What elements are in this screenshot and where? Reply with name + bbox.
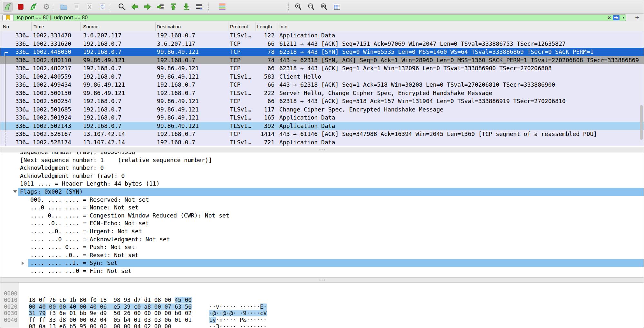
expander-open-icon[interactable] (13, 190, 17, 193)
toolbar-separator (54, 3, 54, 11)
expander-closed-icon[interactable] (22, 261, 24, 265)
zoom-in-icon (294, 3, 303, 11)
display-filter-input[interactable]: tcp.port == 80 || udp.port == 80 ✕ ▾ (2, 14, 626, 21)
packet-rows: 336…1002.3314783.6.207.117192.168.0.7TLS… (0, 31, 644, 146)
detail-line[interactable]: .... ..0. .... = Urgent: Not set (0, 227, 644, 236)
packet-row-10[interactable]: 336…1002.501685192.168.0.799.86.49.121TL… (0, 105, 644, 114)
column-header-info[interactable]: Info (276, 22, 644, 31)
detail-line[interactable]: 1011 .... = Header Length: 44 bytes (11) (0, 180, 644, 188)
packet-list-scrollbar-thumb[interactable] (640, 105, 643, 140)
arrow-left-icon (130, 3, 139, 11)
detail-line[interactable]: Acknowledgment number: 0 (0, 164, 644, 172)
stream-line-continued (5, 130, 5, 146)
toolbar-separator (208, 3, 209, 11)
detail-line[interactable]: 000. .... .... = Reserved: Not set (0, 196, 644, 204)
zoom-in-button[interactable] (293, 2, 303, 12)
colorize-packets-button[interactable] (217, 2, 227, 12)
hex-row[interactable]: 0030 ff ff 33 d8 00 00 02 04 05 b4 01 03… (0, 304, 644, 310)
restart-capture-button[interactable] (29, 2, 38, 12)
column-header-length[interactable]: Length (255, 22, 276, 31)
splitter-handle-icon (319, 280, 325, 281)
hex-row[interactable]: 0020 31 79 f3 6e 01 bb 9e d9 50 26 00 00… (0, 297, 644, 304)
magnifier-icon (118, 3, 126, 11)
packet-row-8[interactable]: 336…1002.50015099.86.49.121192.168.0.7TL… (0, 89, 644, 97)
packet-row-12[interactable]: 336…1002.502143192.168.0.799.86.49.121TL… (0, 122, 644, 130)
packet-row-13[interactable]: 336…1002.52816713.107.42.14192.168.0.7TC… (0, 130, 644, 138)
detail-line[interactable]: .... ...0 .... = Acknowledgment: Not set (0, 236, 644, 244)
detail-line[interactable]: .... .0.. .... = ECN-Echo: Not set (0, 219, 644, 227)
go-back-button[interactable] (130, 2, 139, 12)
detail-line-syn-selected[interactable]: .... .... ..1. = Syn: Set (0, 259, 644, 267)
pane-splitter-top[interactable] (0, 147, 644, 152)
colorize-icon (218, 3, 226, 11)
hex-row[interactable]: 0040 08 0a 13 e6 b5 95 00 00 00 00 04 02… (0, 310, 644, 317)
stop-capture-button[interactable] (16, 2, 25, 12)
close-document-icon (85, 3, 94, 11)
hex-dump-pane: 0000 18 0f 76 c6 1b 80 f0 18 98 93 d7 d1… (0, 283, 644, 328)
arrow-right-icon (143, 3, 152, 11)
go-to-packet-button[interactable] (156, 2, 165, 12)
reload-file-button[interactable] (98, 2, 107, 12)
stream-line (5, 56, 5, 130)
auto-scroll-button[interactable] (194, 2, 204, 12)
save-file-button[interactable] (72, 2, 82, 12)
packet-row-9[interactable]: 336…1002.500254192.168.0.799.86.49.121TC… (0, 97, 644, 105)
column-header-destination[interactable]: Destination (156, 22, 228, 31)
packet-row-5[interactable]: 336…1002.480217192.168.0.799.86.49.121TC… (0, 64, 644, 72)
go-last-packet-button[interactable] (181, 2, 191, 12)
packet-row-11[interactable]: 336…1002.501924192.168.0.799.86.49.121TL… (0, 113, 644, 122)
reload-document-icon (98, 3, 107, 11)
column-header-no[interactable]: No. (0, 22, 32, 31)
packet-row-4[interactable]: 336…1002.48011099.86.49.121192.168.0.7TC… (0, 56, 644, 64)
hex-row[interactable]: 0000 18 0f 76 c6 1b 80 f0 18 98 93 d7 d1… (0, 284, 644, 290)
zoom-reset-button[interactable] (319, 2, 329, 12)
detail-line[interactable]: Sequence number (raw): 2665041958 (0, 152, 644, 156)
open-file-button[interactable] (59, 2, 69, 12)
go-forward-button[interactable] (143, 2, 152, 12)
close-file-button[interactable] (85, 2, 94, 12)
packet-row-6[interactable]: 336…1002.480559192.168.0.799.86.49.121TL… (0, 72, 644, 81)
pane-splitter-bottom[interactable] (0, 277, 644, 283)
detail-line-flags-selected[interactable]: Flags: 0x002 (SYN) (0, 188, 644, 196)
filter-apply-button[interactable] (613, 15, 620, 20)
filter-bookmark-button[interactable] (3, 15, 14, 21)
apply-arrow-icon (614, 16, 619, 20)
filter-dropdown-arrow[interactable]: ▾ (622, 15, 624, 20)
restart-fin-icon (29, 3, 38, 11)
wireshark-window: ⚙ (0, 0, 644, 328)
packet-row-3-selected[interactable]: 336…1002.448050192.168.0.799.86.49.121TC… (0, 48, 644, 56)
arrow-up-bar-icon (169, 3, 178, 11)
packet-row-2[interactable]: 336…1002.331620192.168.0.73.6.207.117TCP… (0, 40, 644, 48)
arrow-down-bar-icon (182, 3, 190, 11)
zoom-out-icon (307, 3, 315, 11)
detail-line[interactable]: .... 0... .... = Congestion Window Reduc… (0, 212, 644, 220)
capture-options-button[interactable]: ⚙ (42, 2, 51, 12)
go-first-packet-button[interactable] (168, 2, 178, 12)
resize-columns-button[interactable] (332, 2, 342, 12)
toolbar-separator (110, 3, 110, 11)
start-capture-button[interactable] (3, 2, 13, 12)
column-header-protocol[interactable]: Protocol (228, 22, 255, 31)
packet-list-pane: No. Time Source Destination Protocol Len… (0, 22, 644, 147)
zoom-reset-icon (320, 3, 328, 11)
column-header-time[interactable]: Time (32, 22, 81, 31)
column-header-source[interactable]: Source (81, 22, 156, 31)
find-packet-button[interactable] (117, 2, 127, 12)
packet-row-14[interactable]: 336…1002.52817413.107.42.14192.168.0.7TL… (0, 138, 644, 147)
packet-row-7[interactable]: 336…1002.49943499.86.49.121192.168.0.7TC… (0, 81, 644, 89)
detail-line[interactable]: .... .... 0... = Push: Not set (0, 243, 644, 251)
detail-line[interactable]: [Next sequence number: 1 (relative seque… (0, 156, 644, 164)
main-toolbar: ⚙ (0, 0, 644, 14)
hex-row[interactable]: 0010 00 40 00 00 40 00 40 06 e5 39 c0 a8… (0, 290, 644, 297)
filter-toolbar: tcp.port == 80 || udp.port == 80 ✕ ▾ + (0, 14, 644, 22)
detail-line[interactable]: .... .... .0.. = Reset: Not set (0, 251, 644, 259)
detail-line[interactable]: .... .... ...0 = Fin: Not set (0, 267, 644, 275)
packet-row-1[interactable]: 336…1002.3314783.6.207.117192.168.0.7TLS… (0, 31, 644, 40)
detail-line[interactable]: ...0 .... .... = Nonce: Not set (0, 204, 644, 212)
detail-line[interactable]: Acknowledgment number (raw): 0 (0, 172, 644, 180)
auto-scroll-icon (195, 3, 203, 11)
filter-clear-button[interactable]: ✕ (607, 15, 611, 20)
zoom-out-button[interactable] (306, 2, 316, 12)
filter-add-button[interactable]: + (635, 14, 639, 22)
toolbar-separator (288, 3, 289, 11)
